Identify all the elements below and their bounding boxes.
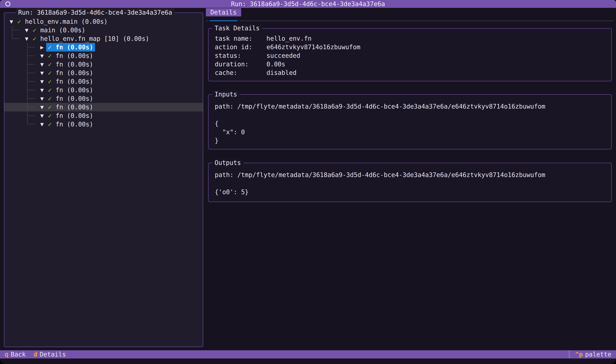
task-name-label: task name:: [215, 34, 267, 43]
spacer: [215, 179, 608, 188]
tree-guide: [25, 94, 40, 103]
success-check-icon: ✓: [48, 78, 54, 85]
tree-guide: [25, 43, 40, 52]
footer-divider: [569, 350, 569, 358]
app-window: Run: 3618a6a9-3d5d-4d6c-bce4-3de3a4a37e6…: [0, 0, 616, 364]
tree-row-fn[interactable]: ▼ ✓fn (0.00s): [4, 60, 203, 69]
status-value: succeeded: [267, 51, 300, 60]
success-check-icon: ✓: [48, 104, 54, 111]
tab-underline: [206, 20, 614, 21]
tab-underline-segment: [206, 21, 208, 21]
tree-indent: [10, 103, 25, 111]
tree-row-fn[interactable]: ▼ ✓fn (0.00s): [4, 94, 203, 103]
header-bar: Run: 3618a6a9-3d5d-4d6c-bce4-3de3a4a37e6…: [0, 0, 616, 8]
hotkey-ctrl-p[interactable]: ^p: [575, 351, 583, 358]
tree-row-fn[interactable]: ▼ ✓fn (0.00s): [4, 69, 203, 77]
tree-row-label: fn (0.00s): [56, 112, 93, 119]
tab-underline-segment: [240, 21, 614, 21]
tree-row-label: fn (0.00s): [56, 104, 93, 111]
cache-label: cache:: [215, 68, 267, 77]
tree-row-label: fn (0.00s): [56, 44, 93, 51]
tree-row-fn-map[interactable]: ▼ ✓hello_env.fn_map [10] (0.00s): [4, 34, 203, 43]
success-check-icon: ✓: [48, 52, 54, 59]
header-circle-icon[interactable]: [5, 1, 10, 6]
success-check-icon: ✓: [48, 44, 54, 51]
hint-details-label: Details: [39, 351, 66, 358]
inputs-json-line: {: [215, 119, 608, 128]
tree-indent: [10, 52, 25, 60]
tree-indent: [10, 111, 25, 120]
hint-palette-label: palette: [585, 351, 611, 358]
tree-row-label: fn (0.00s): [56, 86, 93, 94]
tree-row-fn-selected[interactable]: ▶ ✓fn (0.00s): [4, 43, 203, 52]
tree-row-label: fn (0.00s): [56, 69, 93, 77]
tree-row-fn[interactable]: ▼ ✓fn (0.00s): [4, 52, 203, 60]
tree-indent: [10, 120, 25, 129]
success-check-icon: ✓: [48, 86, 54, 94]
success-check-icon: ✓: [48, 69, 54, 77]
hotkey-q[interactable]: q: [5, 351, 8, 358]
success-check-icon: ✓: [33, 35, 38, 42]
inputs-box: Inputs path: /tmp/flyte/metadata/3618a6a…: [208, 94, 612, 149]
tree-guide: [25, 60, 40, 69]
tree-row-fn-hovered[interactable]: ▼ ✓fn (0.00s): [4, 103, 203, 111]
run-tree-panel: Run: 3618a6a9-3d5d-4d6c-bce4-3de3a4a37e6…: [4, 13, 203, 347]
footer-bar: q Back d Details ^p palette: [0, 350, 616, 358]
tree-row-label: hello_env.main (0.00s): [25, 18, 108, 25]
task-detail-row: cache: disabled: [215, 68, 608, 77]
tab-details[interactable]: Details: [206, 8, 241, 16]
tree-indent: [10, 94, 25, 103]
task-detail-row: task name: hello_env.fn: [215, 34, 608, 43]
tree-row-label: main (0.00s): [40, 26, 85, 34]
duration-label: duration:: [215, 60, 267, 68]
tree-row-label: fn (0.00s): [56, 95, 93, 102]
tree-indent: [10, 60, 25, 69]
tree-guide: [10, 34, 25, 43]
tree-indent: [10, 43, 25, 52]
tree-row-main[interactable]: ▼ ✓main (0.00s): [4, 26, 203, 34]
task-details-box: Task Details task name: hello_env.fn act…: [208, 28, 612, 81]
inputs-json-line: "x": 0: [215, 128, 608, 136]
outputs-box: Outputs path: /tmp/flyte/metadata/3618a6…: [208, 163, 612, 202]
run-tree-panel-title: Run: 3618a6a9-3d5d-4d6c-bce4-3de3a4a37e6…: [16, 8, 175, 17]
tree-guide: [10, 26, 25, 34]
cache-value: disabled: [267, 68, 296, 77]
inputs-title: Inputs: [212, 90, 240, 99]
duration-value: 0.00s: [267, 60, 285, 68]
footer-palette-hint[interactable]: ^p palette: [569, 350, 611, 358]
tree-guide: [25, 77, 40, 86]
tree-row-label: fn (0.00s): [56, 61, 93, 68]
tree-row-fn[interactable]: ▼ ✓fn (0.00s): [4, 86, 203, 94]
tree-row-fn[interactable]: ▼ ✓fn (0.00s): [4, 111, 203, 120]
success-check-icon: ✓: [48, 61, 54, 68]
status-label: status:: [215, 51, 267, 60]
tree-row-root[interactable]: ▼ ✓hello_env.main (0.00s): [4, 17, 203, 26]
tree-row-label: fn (0.00s): [56, 78, 93, 85]
tree-row-fn[interactable]: ▼ ✓fn (0.00s): [4, 120, 203, 129]
task-detail-row: duration: 0.00s: [215, 60, 608, 68]
tab-active-indicator: [210, 20, 238, 21]
tree-guide: [25, 69, 40, 77]
success-check-icon: ✓: [48, 121, 54, 128]
success-check-icon: ✓: [48, 95, 54, 102]
task-detail-row: action id: e646ztvkyv8714o16zbuwufom: [215, 43, 608, 51]
tree-guide: [25, 52, 40, 60]
hotkey-d[interactable]: d: [34, 351, 37, 358]
task-detail-row: status: succeeded: [215, 51, 608, 60]
task-details-title: Task Details: [212, 24, 262, 32]
success-check-icon: ✓: [17, 18, 23, 25]
run-tree: ▼ ✓hello_env.main (0.00s) ▼ ✓main (0.00s…: [4, 13, 203, 129]
footer-hint-back[interactable]: q Back: [5, 351, 26, 358]
success-check-icon: ✓: [48, 112, 54, 119]
tree-indent: [10, 77, 25, 86]
inputs-json-line: }: [215, 136, 608, 145]
tree-guide: [25, 86, 40, 94]
footer-hint-details[interactable]: d Details: [34, 351, 66, 358]
outputs-path: path: /tmp/flyte/metadata/3618a6a9-3d5d-…: [215, 170, 608, 179]
tree-row-fn[interactable]: ▼ ✓fn (0.00s): [4, 77, 203, 86]
outputs-title: Outputs: [212, 158, 244, 167]
outputs-value: {'o0': 5}: [215, 188, 608, 196]
tree-guide: [25, 111, 40, 120]
tree-indent: [10, 86, 25, 94]
hint-back-label: Back: [11, 351, 26, 358]
